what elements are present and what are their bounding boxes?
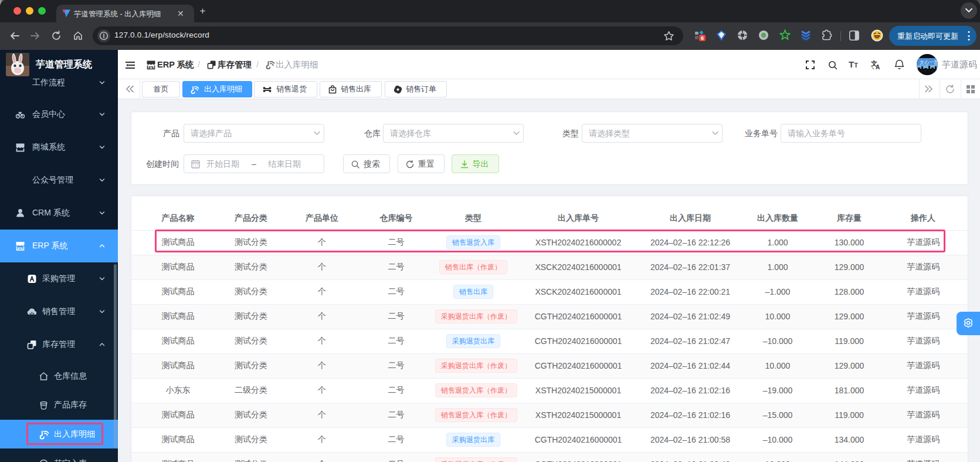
- svg-text:文心一言: 文心一言: [920, 60, 938, 65]
- svg-text:6: 6: [701, 35, 704, 41]
- svg-text:A: A: [876, 64, 880, 70]
